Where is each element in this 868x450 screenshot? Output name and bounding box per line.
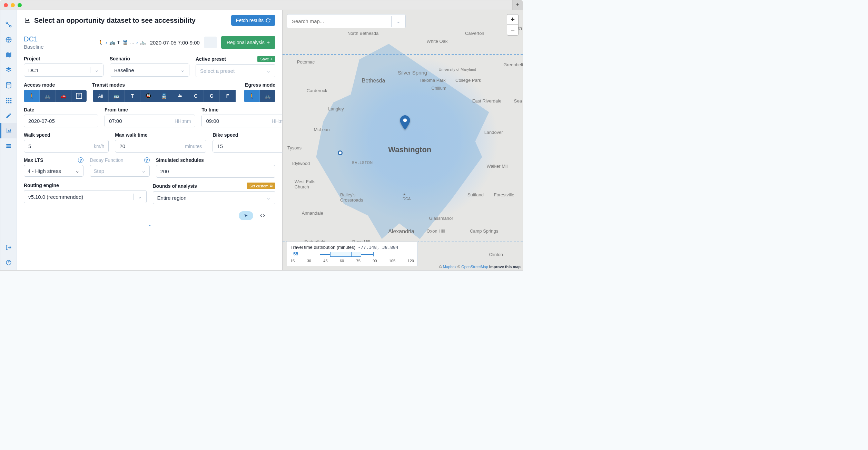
nav-database-icon[interactable]: [0, 78, 17, 93]
mode-summary-icons: 🚶 › 🚌 T 🚆 ... › 🚲: [98, 40, 146, 45]
svg-rect-13: [6, 144, 11, 146]
svg-point-3: [6, 82, 11, 84]
egress-bike-button[interactable]: 🚲: [260, 90, 275, 102]
download-button[interactable]: [204, 37, 217, 48]
new-tab-button[interactable]: +: [512, 0, 523, 10]
nav-layers-icon[interactable]: [0, 62, 17, 78]
chevron-down-icon: ⌄: [176, 67, 185, 73]
nav-logout-icon[interactable]: [0, 240, 17, 255]
from-time-label: From time: [105, 107, 195, 112]
window-titlebar: +: [0, 0, 523, 10]
nav-globe-icon[interactable]: [0, 32, 17, 47]
nav-edit-icon[interactable]: [0, 108, 17, 123]
nav-chart-icon[interactable]: [0, 123, 17, 138]
simulated-input[interactable]: [156, 165, 276, 178]
regional-analysis-button[interactable]: Regional analysis +: [221, 36, 275, 49]
settings-panel: Select an opportunity dataset to see acc…: [17, 10, 283, 270]
to-time-label: To time: [201, 107, 292, 112]
expand-panel-button[interactable]: ⌄: [24, 220, 275, 227]
scenario-subtitle: Baseline: [24, 44, 44, 50]
pointer-icon: [244, 213, 248, 218]
improve-map-link[interactable]: Improve this map: [489, 265, 521, 269]
osm-link[interactable]: OpenStreetMap: [461, 265, 488, 269]
help-icon[interactable]: ?: [144, 157, 150, 163]
project-select[interactable]: DC1⌄: [24, 63, 103, 77]
chevron-down-icon: ⌄: [262, 195, 271, 201]
svg-point-16: [403, 118, 407, 122]
access-walk-button[interactable]: 🚶: [24, 90, 40, 102]
chevron-right-icon: ›: [106, 40, 107, 45]
transit-funicular-button[interactable]: F: [220, 90, 236, 102]
map-search-input[interactable]: [287, 14, 391, 28]
set-custom-bounds-button[interactable]: Set custom ⧉: [247, 183, 275, 189]
nav-help-icon[interactable]: [0, 255, 17, 270]
svg-rect-10: [6, 102, 7, 104]
airport-icon: ✈DCA: [403, 192, 411, 201]
nav-grid-icon[interactable]: [0, 93, 17, 108]
zoom-out-button[interactable]: −: [507, 25, 518, 35]
transit-all-button[interactable]: All: [93, 90, 109, 102]
boxplot-axis: 153045607590105120: [290, 259, 414, 263]
coordinates-readout: -77.148, 38.884: [358, 245, 398, 250]
nav-network-icon[interactable]: [0, 17, 17, 32]
to-time-input[interactable]: [206, 115, 272, 127]
place-label: Washington: [388, 145, 431, 154]
transit-ferry-button[interactable]: ⛴: [172, 90, 188, 102]
panel-title: Select an opportunity dataset to see acc…: [24, 17, 196, 25]
preset-select[interactable]: Select a preset⌄: [196, 64, 275, 77]
map-pin[interactable]: [400, 115, 411, 130]
transit-bus-button[interactable]: 🚌: [109, 90, 125, 102]
egress-walk-button[interactable]: 🚶: [244, 90, 260, 102]
chevron-right-icon: ›: [136, 40, 138, 45]
scenario-name[interactable]: DC1: [24, 35, 44, 43]
close-window-icon[interactable]: [4, 3, 8, 7]
scenario-label: Scenario: [110, 56, 189, 61]
mapbox-link[interactable]: Mapbox: [443, 265, 456, 269]
transit-tram-button[interactable]: T: [125, 90, 140, 102]
bike-speed-input[interactable]: [217, 140, 283, 152]
walk-speed-input[interactable]: [28, 140, 94, 152]
transit-gondola-button[interactable]: G: [204, 90, 220, 102]
access-park-button[interactable]: P: [71, 90, 87, 102]
decay-label: Decay Function: [90, 157, 123, 163]
svg-point-0: [6, 22, 8, 24]
sidebar-nav: [0, 10, 17, 270]
max-lts-label: Max LTS: [24, 157, 43, 163]
from-time-input[interactable]: [109, 115, 175, 127]
train-icon: 🚆: [122, 40, 128, 45]
routing-label: Routing engine: [24, 183, 147, 188]
refresh-icon: [266, 18, 270, 23]
max-lts-select[interactable]: 4 - High stress⌄: [24, 165, 83, 177]
access-car-button[interactable]: 🚗: [56, 90, 71, 102]
transit-subway-button[interactable]: 🚇: [140, 90, 156, 102]
code-mode-button[interactable]: [257, 211, 268, 220]
max-walk-input[interactable]: [119, 140, 185, 152]
chevron-down-icon[interactable]: ⌄: [391, 16, 405, 27]
bounds-select[interactable]: Entire region⌄: [153, 191, 276, 204]
map-view[interactable]: Washington Bethesda Silver Spring Alexan…: [283, 10, 523, 270]
bike-icon: 🚲: [140, 40, 146, 45]
fetch-results-button[interactable]: Fetch results: [231, 15, 275, 26]
pointer-mode-button[interactable]: [239, 211, 253, 220]
zoom-in-button[interactable]: +: [507, 14, 518, 25]
minimize-window-icon[interactable]: [11, 3, 15, 7]
nav-map-icon[interactable]: [0, 47, 17, 62]
save-preset-button[interactable]: Save +: [257, 56, 275, 62]
map-attribution: © Mapbox © OpenStreetMap Improve this ma…: [439, 265, 521, 269]
bus-icon: 🚌: [109, 40, 115, 45]
map-search[interactable]: ⌄: [287, 14, 406, 28]
code-icon: [259, 213, 266, 218]
access-bike-button[interactable]: 🚲: [40, 90, 56, 102]
scenario-select[interactable]: Baseline⌄: [110, 63, 189, 77]
routing-select[interactable]: v5.10.0 (recommended)⌄: [24, 190, 147, 203]
transit-cablecar-button[interactable]: C: [188, 90, 204, 102]
walk-icon: 🚶: [98, 40, 103, 45]
date-input[interactable]: [24, 115, 98, 127]
decay-select[interactable]: Step⌄: [90, 165, 149, 177]
svg-rect-11: [8, 102, 9, 104]
transit-rail-button[interactable]: 🚆: [156, 90, 172, 102]
help-icon[interactable]: ?: [78, 157, 83, 163]
chart-area-icon: [24, 17, 31, 23]
nav-server-icon[interactable]: [0, 138, 17, 154]
maximize-window-icon[interactable]: [18, 3, 22, 7]
